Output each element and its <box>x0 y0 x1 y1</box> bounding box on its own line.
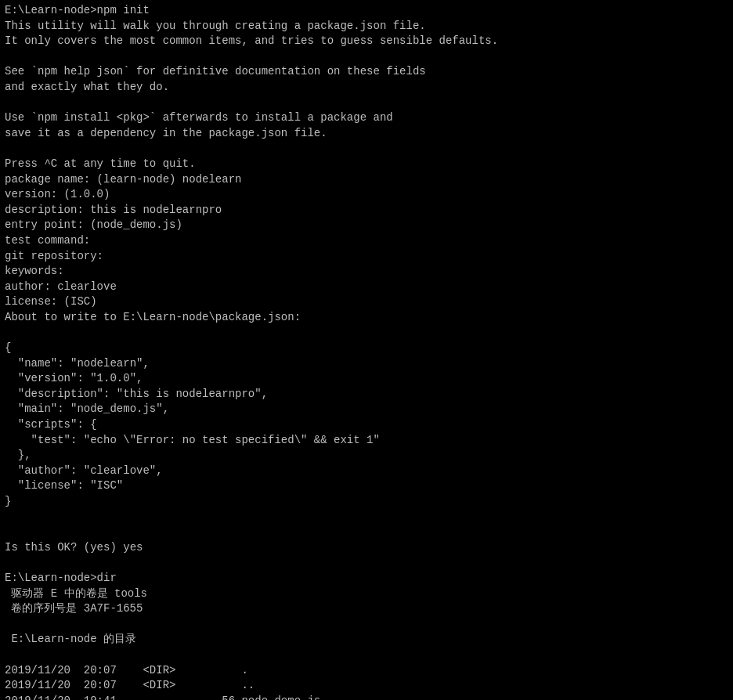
terminal-window: E:\Learn-node>npm init This utility will… <box>0 0 733 700</box>
terminal-output: E:\Learn-node>npm init This utility will… <box>5 3 728 700</box>
